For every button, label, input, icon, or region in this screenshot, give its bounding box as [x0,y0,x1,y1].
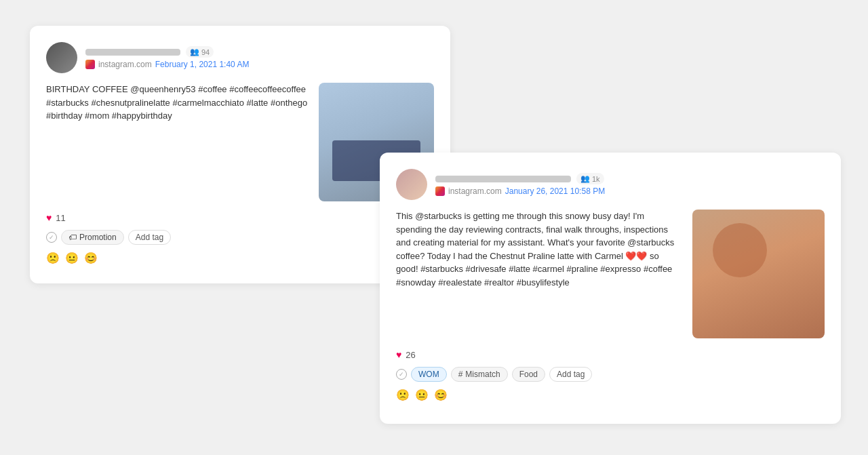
post-image-2 [692,210,825,338]
tag-icon-promo: 🏷 [68,233,77,242]
source-row-2: instagram.com January 26, 2021 10:58 PM [435,186,825,196]
username-blur-1 [85,49,180,56]
reaction-sad-2[interactable]: 🙁 [396,389,410,401]
metrics-row-1: ♥ 11 [46,212,434,223]
followers-count-2: 1k [592,175,600,183]
tag-label-promotion: Promotion [79,233,117,242]
hash-icon: # [458,370,463,379]
metrics-row-2: ♥ 26 [396,349,825,360]
reaction-sad-1[interactable]: 🙁 [46,252,60,264]
avatar-1 [46,42,77,73]
users-icon-2: 👥 [580,174,590,183]
followers-badge-1: 👥 94 [186,46,214,58]
timestamp-2[interactable]: January 26, 2021 10:58 PM [505,186,605,196]
tag-mismatch[interactable]: # Mismatch [451,367,508,382]
followers-badge-2: 👥 1k [576,173,604,184]
tag-promotion[interactable]: 🏷 Promotion [61,230,124,245]
avatar-2 [396,169,427,200]
tag-label-wom: WOM [418,370,439,379]
followers-count-1: 94 [201,48,210,56]
check-icon-1: ✓ [46,232,57,243]
instagram-icon-2 [435,186,445,196]
username-row-1: 👥 94 [85,46,434,58]
tag-label-mismatch: Mismatch [465,370,500,379]
add-tag-button-1[interactable]: Add tag [128,230,171,245]
source-domain-1: instagram.com [98,60,152,69]
timestamp-1[interactable]: February 1, 2021 1:40 AM [155,60,250,69]
heart-icon-1: ♥ [46,212,52,223]
tag-label-food: Food [519,370,538,379]
header-info-2: 👥 1k instagram.com January 26, 2021 10:5… [435,173,825,196]
post-text-1: BIRTHDAY COFFEE @queenhenry53 #coffee #c… [46,83,308,201]
check-icon-2: ✓ [396,369,407,380]
post-text-2: This @starbucks is getting me through th… [396,210,682,338]
add-tag-button-2[interactable]: Add tag [549,367,592,382]
source-domain-2: instagram.com [448,186,502,196]
reaction-neutral-2[interactable]: 😐 [415,389,429,401]
tag-food[interactable]: Food [512,367,545,382]
username-row-2: 👥 1k [435,173,825,184]
reaction-neutral-1[interactable]: 😐 [65,252,79,264]
tag-wom[interactable]: WOM [411,367,447,382]
reactions-row-2: 🙁 😐 😊 [396,389,825,401]
post-body-1: BIRTHDAY COFFEE @queenhenry53 #coffee #c… [46,83,434,201]
tags-row-2: ✓ WOM # Mismatch Food Add tag [396,367,825,382]
post-header-2: 👥 1k instagram.com January 26, 2021 10:5… [396,169,825,200]
instagram-icon-1 [85,60,95,69]
users-icon-1: 👥 [190,47,199,56]
post-card-2: 👥 1k instagram.com January 26, 2021 10:5… [380,153,841,424]
username-blur-2 [435,176,571,182]
likes-count-2: 26 [406,350,415,360]
reaction-happy-1[interactable]: 😊 [84,252,98,264]
heart-icon-2: ♥ [396,349,401,360]
header-info-1: 👥 94 instagram.com February 1, 2021 1:40… [85,46,434,69]
post-body-2: This @starbucks is getting me through th… [396,210,825,338]
source-row-1: instagram.com February 1, 2021 1:40 AM [85,60,434,69]
likes-count-1: 11 [56,213,65,223]
post-header-1: 👥 94 instagram.com February 1, 2021 1:40… [46,42,434,73]
tags-row-1: ✓ 🏷 Promotion Add tag [46,230,434,245]
reaction-happy-2[interactable]: 😊 [434,389,448,401]
reactions-row-1: 🙁 😐 😊 [46,252,434,264]
